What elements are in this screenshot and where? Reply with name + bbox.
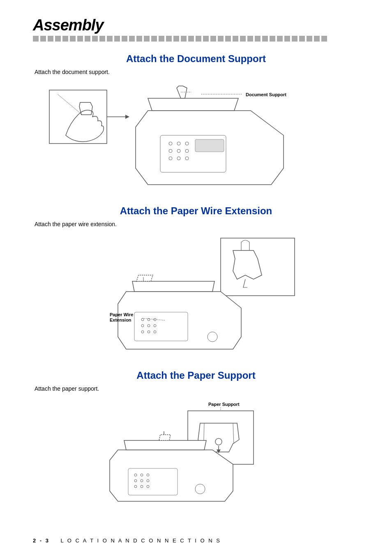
page-title: Assembly — [33, 16, 359, 34]
svg-rect-21 — [134, 312, 188, 341]
divider-line — [33, 36, 359, 42]
section-document-support: Attach the Document Support Attach the d… — [33, 53, 359, 189]
footer-page-number: 2 - 3 — [33, 537, 50, 544]
illustration-2: Paper Wire Extension — [89, 234, 303, 353]
svg-text:Paper Wire: Paper Wire — [110, 312, 133, 317]
svg-text:Extension: Extension — [110, 317, 131, 322]
section-3-heading: Attach the Paper Support — [33, 370, 359, 381]
svg-rect-14 — [195, 139, 224, 152]
svg-marker-3 — [125, 115, 129, 119]
svg-rect-0 — [49, 90, 107, 144]
illustration-3: Paper Support — [97, 398, 295, 505]
section-paper-support: Attach the Paper Support Attach the pape… — [33, 370, 359, 505]
section-2-heading: Attach the Paper Wire Extension — [33, 205, 359, 217]
svg-rect-18 — [221, 238, 295, 296]
illustration-1: Document Support — [45, 82, 300, 189]
svg-text:Document Support: Document Support — [246, 92, 286, 97]
svg-text:Paper Support: Paper Support — [208, 402, 240, 407]
section-paper-wire: Attach the Paper Wire Extension Attach t… — [33, 205, 359, 353]
section-1-heading: Attach the Document Support — [33, 53, 359, 65]
section-2-desc: Attach the paper wire extension. — [35, 221, 359, 227]
section-3-desc: Attach the paper support. — [35, 385, 359, 392]
footer-text: L O C A T I O N A N D C O N N E C T I O … — [60, 537, 221, 544]
footer: 2 - 3 L O C A T I O N A N D C O N N E C … — [33, 537, 221, 544]
section-1-desc: Attach the document support. — [35, 69, 359, 75]
